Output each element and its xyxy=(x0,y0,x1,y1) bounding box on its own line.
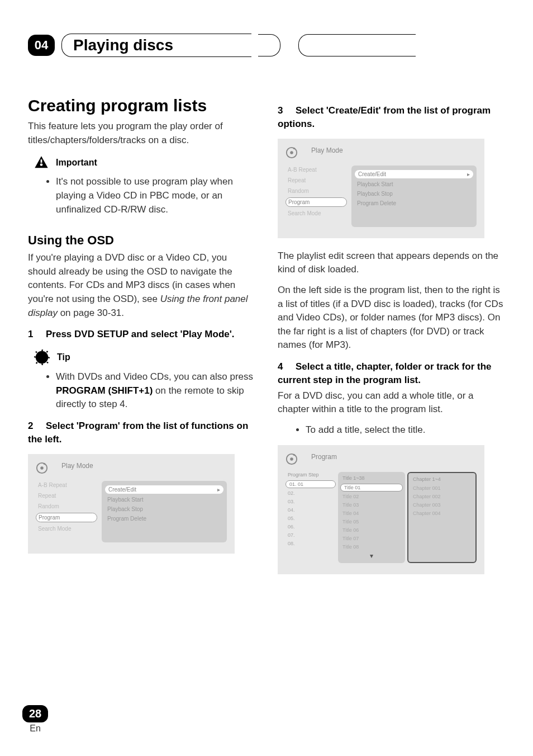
osd4-prog-item: 04. xyxy=(285,507,336,513)
chevron-right-icon: ▸ xyxy=(467,171,470,177)
step-4-number: 4 xyxy=(278,360,296,374)
intro-paragraph: This feature lets you program the play o… xyxy=(28,120,255,147)
osd-intro: If you're playing a DVD disc or a Video … xyxy=(28,251,255,320)
osd4-title-item: Title 08 xyxy=(340,544,403,550)
step-3-text: Select 'Create/Edit' from the list of pr… xyxy=(278,105,491,129)
osd2-left-item: Search Mode xyxy=(36,525,97,533)
osd4-chap-header: Chapter 1~4 xyxy=(411,476,473,483)
step-1-heading: 1Press DVD SETUP and select 'Play Mode'. xyxy=(28,328,255,341)
important-callout: Important xyxy=(34,155,255,171)
step-1-number: 1 xyxy=(28,328,46,341)
important-icon xyxy=(34,155,49,171)
svg-point-3 xyxy=(36,351,49,364)
osd2-left-item: Random xyxy=(36,502,97,511)
tip-bullet: With DVDs and Video CDs, you can also pr… xyxy=(56,370,255,412)
step4-bullet: To add a title, select the title. xyxy=(306,423,505,437)
header-decor-arc-right xyxy=(298,34,416,56)
osd2-right-item: Playback Start xyxy=(105,496,223,503)
tip-bullet-pre: With DVDs and Video CDs, you can also pr… xyxy=(56,371,253,382)
osd4-title-item: Title 05 xyxy=(340,518,403,525)
osd3-top-label: Play Mode xyxy=(311,147,343,154)
osd3-right-item: Program Delete xyxy=(355,200,473,207)
osd4-title-item: Title 07 xyxy=(340,535,403,542)
page-language: En xyxy=(22,724,48,734)
osd3-right-item: Playback Stop xyxy=(355,190,473,197)
osd4-prog-item: 02. xyxy=(285,490,336,497)
tip-label: Tip xyxy=(57,352,70,362)
osd4-title-header: Title 1~38 xyxy=(340,475,403,482)
svg-rect-2 xyxy=(41,159,42,163)
osd4-title-item: Title 04 xyxy=(340,510,403,517)
chapter-title: Playing discs xyxy=(61,34,251,57)
osd3-left-item: Repeat xyxy=(285,176,347,185)
disc-icon xyxy=(285,453,298,465)
osd4-title-item-selected: Title 01 xyxy=(340,484,403,492)
left-column: Creating program lists This feature lets… xyxy=(28,96,255,585)
osd3-left-list: A-B Repeat Repeat Random Program Search … xyxy=(285,166,347,227)
osd4-title-item: Title 02 xyxy=(340,493,403,500)
osd3-right-item-label: Create/Edit xyxy=(358,171,386,177)
svg-point-9 xyxy=(290,457,293,461)
page-footer: 28 En xyxy=(22,705,48,734)
osd4-chap-item: Chapter 002 xyxy=(411,493,473,500)
step-4-heading: 4Select a title, chapter, folder or trac… xyxy=(278,360,505,387)
svg-point-5 xyxy=(40,466,44,470)
osd2-right-item: Program Delete xyxy=(105,515,223,522)
tip-list: With DVDs and Video CDs, you can also pr… xyxy=(28,370,255,412)
osd-panel-step3: Play Mode A-B Repeat Repeat Random Progr… xyxy=(278,139,484,238)
osd4-prog-item-selected: 01. 01 xyxy=(285,480,336,488)
osd2-right-item-label: Create/Edit xyxy=(108,486,136,493)
osd4-chap-item: Chapter 004 xyxy=(411,510,473,517)
osd4-top-label: Program xyxy=(311,453,337,461)
svg-point-1 xyxy=(40,163,43,166)
important-label: Important xyxy=(56,158,97,168)
osd4-title-column: Title 1~38 Title 01 Title 02 Title 03 Ti… xyxy=(338,472,405,563)
osd-intro-text-2: on page 30-31. xyxy=(58,308,124,318)
step-1-text: Press DVD SETUP and select 'Play Mode'. xyxy=(46,329,235,339)
osd2-right-item-selected: Create/Edit▸ xyxy=(105,485,223,494)
important-bullet: It's not possible to use program play wh… xyxy=(56,175,255,216)
osd3-left-item: Search Mode xyxy=(285,209,347,218)
tip-icon xyxy=(34,349,50,366)
osd4-prog-item: 08. xyxy=(285,540,336,547)
tip-bullet-bold: PROGRAM (SHIFT+1) xyxy=(56,385,153,396)
step-2-heading: 2Select 'Program' from the list of funct… xyxy=(28,419,255,446)
osd4-program-column: Program Step 01. 01 02. 03. 04. 05. 06. … xyxy=(285,472,336,563)
step-3-heading: 3Select 'Create/Edit' from the list of p… xyxy=(278,104,505,131)
osd4-prog-header: Program Step xyxy=(285,472,336,479)
osd4-chap-item: Chapter 001 xyxy=(411,485,473,492)
osd3-right-pane: Create/Edit▸ Playback Start Playback Sto… xyxy=(351,166,477,227)
osd4-prog-item: 05. xyxy=(285,515,336,522)
page-header: 04 Playing discs xyxy=(28,34,505,57)
osd4-chap-item: Chapter 003 xyxy=(411,502,473,508)
page-number: 28 xyxy=(22,705,48,722)
osd4-prog-item: 03. xyxy=(285,498,336,505)
osd3-left-item-selected: Program xyxy=(285,197,347,207)
step4-list: To add a title, select the title. xyxy=(278,423,505,437)
osd4-prog-item: 07. xyxy=(285,532,336,538)
step3-body-2: On the left side is the program list, th… xyxy=(278,284,505,352)
osd2-left-item: Repeat xyxy=(36,492,97,500)
arrow-down-icon: ▾ xyxy=(340,552,403,560)
right-column: 3Select 'Create/Edit' from the list of p… xyxy=(278,96,505,585)
osd3-right-item: Playback Start xyxy=(355,181,473,188)
osd3-right-item-selected: Create/Edit▸ xyxy=(355,170,473,178)
osd2-left-list: A-B Repeat Repeat Random Program Search … xyxy=(36,481,97,542)
step3-body-1: The playlist edit screen that appears de… xyxy=(278,249,505,277)
osd4-title-item: Title 06 xyxy=(340,527,403,533)
osd-panel-step2: Play Mode A-B Repeat Repeat Random Progr… xyxy=(28,454,235,554)
osd4-prog-item: 06. xyxy=(285,523,336,530)
chapter-number-badge: 04 xyxy=(28,35,55,56)
disc-icon xyxy=(36,462,48,474)
important-list: It's not possible to use program play wh… xyxy=(28,175,255,216)
step-3-number: 3 xyxy=(278,104,296,117)
chevron-right-icon: ▸ xyxy=(217,486,220,493)
osd3-left-item: Random xyxy=(285,187,347,195)
step4-body: For a DVD disc, you can add a whole titl… xyxy=(278,389,505,417)
osd2-left-item-selected: Program xyxy=(36,513,97,522)
osd3-left-item: A-B Repeat xyxy=(285,166,347,174)
osd2-left-item: A-B Repeat xyxy=(36,481,97,489)
step-4-text: Select a title, chapter, folder or track… xyxy=(278,361,492,385)
header-decor-arc-left xyxy=(258,34,280,56)
step-2-number: 2 xyxy=(28,419,46,433)
